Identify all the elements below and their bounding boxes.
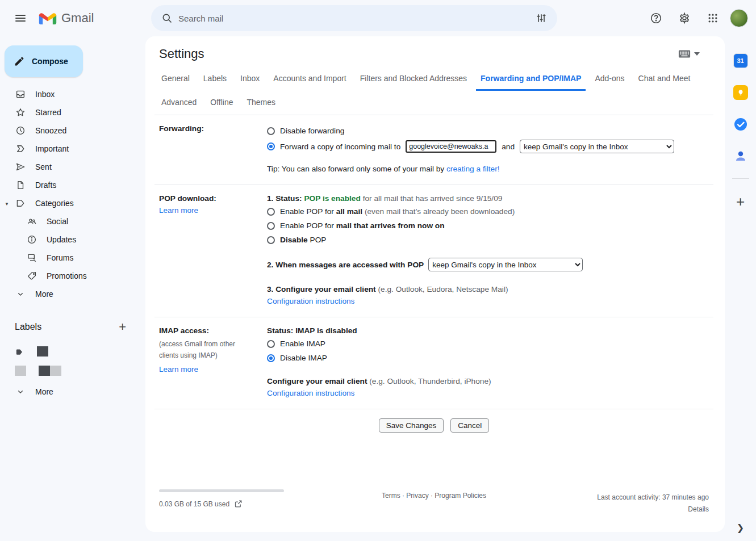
sidebar-item-more[interactable]: More: [0, 285, 145, 303]
main-menu-button[interactable]: [7, 5, 34, 32]
sidebar-item-sent[interactable]: Sent: [0, 158, 145, 176]
pop-when-row: 2. When messages are accessed with POP k…: [267, 258, 709, 271]
pop-learn-more-link[interactable]: Learn more: [159, 206, 198, 215]
tab-forwarding-and-pop-imap[interactable]: Forwarding and POP/IMAP: [476, 67, 586, 91]
dropdown-arrow-icon: [694, 52, 700, 56]
sidebar-item-starred[interactable]: Starred: [0, 103, 145, 121]
radio-enable-pop-all[interactable]: [267, 208, 275, 216]
search-input[interactable]: [178, 14, 530, 23]
sidebar-item-forums[interactable]: Forums: [0, 249, 145, 267]
tab-chat-and-meet[interactable]: Chat and Meet: [634, 67, 695, 91]
external-link-icon[interactable]: [234, 500, 243, 508]
tab-themes[interactable]: Themes: [243, 91, 281, 115]
gmail-logo[interactable]: Gmail: [39, 11, 124, 26]
and-text: and: [502, 141, 515, 152]
radio-enable-pop-now[interactable]: [267, 222, 275, 230]
forward-address-input[interactable]: [406, 140, 496, 153]
cancel-button[interactable]: Cancel: [450, 418, 489, 433]
label-name-redacted: [39, 366, 61, 376]
create-label-button[interactable]: +: [119, 320, 126, 334]
disable-pop-option[interactable]: Disable POP: [267, 234, 709, 245]
sidebar-item-label: Drafts: [35, 181, 56, 190]
settings-gear-icon[interactable]: [673, 7, 696, 30]
radio-enable-imap[interactable]: [267, 340, 275, 348]
compose-label: Compose: [32, 57, 68, 66]
search-options-icon[interactable]: [530, 7, 553, 30]
label-item-redacted[interactable]: [0, 342, 145, 361]
chevron-down-icon: [15, 290, 26, 299]
contacts-icon[interactable]: [731, 146, 750, 166]
forwarding-label: Forwarding:: [159, 124, 267, 133]
tab-inbox[interactable]: Inbox: [236, 67, 264, 91]
account-avatar[interactable]: [730, 9, 748, 27]
expand-triangle-icon[interactable]: ▼: [5, 202, 9, 207]
tab-add-ons[interactable]: Add-ons: [590, 67, 629, 91]
header-actions: [645, 7, 756, 30]
tab-accounts-and-import[interactable]: Accounts and Import: [269, 67, 350, 91]
forward-action-select[interactable]: keep Gmail's copy in the Inbox: [520, 140, 674, 153]
radio-disable-forwarding[interactable]: [267, 127, 275, 135]
search-bar[interactable]: [151, 5, 557, 31]
star-icon: [15, 107, 26, 118]
tab-offline[interactable]: Offline: [206, 91, 237, 115]
creating-a-filter-link[interactable]: creating a filter!: [446, 165, 500, 173]
save-changes-button[interactable]: Save Changes: [379, 418, 444, 433]
radio-disable-pop[interactable]: [267, 236, 275, 244]
sidebar-item-drafts[interactable]: Drafts: [0, 176, 145, 194]
clock-icon: [15, 125, 26, 136]
chevron-down-icon: [15, 387, 26, 396]
sidebar-item-important[interactable]: Important: [0, 140, 145, 158]
tab-filters-and-blocked-addresses[interactable]: Filters and Blocked Addresses: [356, 67, 471, 91]
forward-copy-option[interactable]: Forward a copy of incoming mail to and k…: [267, 140, 709, 153]
sidebar-item-social[interactable]: Social: [0, 212, 145, 230]
enable-imap-option[interactable]: Enable IMAP: [267, 338, 709, 349]
tab-labels[interactable]: Labels: [199, 67, 231, 91]
calendar-icon[interactable]: 31: [731, 51, 750, 70]
storage-info: 0.03 GB of 15 GB used: [159, 489, 343, 515]
disable-pop-label: Disable POP: [280, 234, 326, 245]
page-title: Settings: [159, 47, 204, 61]
search-icon[interactable]: [156, 7, 178, 30]
storage-usage-text: 0.03 GB of 15 GB used: [159, 500, 229, 508]
sidebar-item-categories[interactable]: ▼ Categories: [0, 194, 145, 212]
labels-more[interactable]: More: [0, 383, 145, 401]
sidebar-item-updates[interactable]: Updates: [0, 230, 145, 249]
tasks-icon[interactable]: [731, 115, 750, 134]
enable-pop-all-mail-option[interactable]: Enable POP for all mail (even mail that'…: [267, 206, 709, 217]
input-tools-button[interactable]: [678, 49, 700, 58]
forward-copy-label: Forward a copy of incoming mail to: [280, 141, 400, 152]
pop-action-select[interactable]: keep Gmail's copy in the Inbox: [428, 258, 583, 271]
sidebar-item-label: Forums: [47, 253, 73, 262]
radio-disable-imap[interactable]: [267, 354, 275, 362]
compose-button[interactable]: Compose: [5, 45, 83, 77]
tab-general[interactable]: General: [157, 67, 194, 91]
sidebar-item-snoozed[interactable]: Snoozed: [0, 121, 145, 140]
send-icon: [15, 162, 26, 172]
label-item-redacted[interactable]: [0, 361, 145, 380]
imap-learn-more-link[interactable]: Learn more: [159, 365, 198, 374]
tab-advanced[interactable]: Advanced: [157, 91, 201, 115]
details-link[interactable]: Details: [688, 505, 709, 513]
enable-imap-label: Enable IMAP: [280, 338, 325, 349]
label-icon-redacted: [15, 366, 26, 376]
keep-icon[interactable]: [731, 83, 750, 102]
enable-pop-from-now-option[interactable]: Enable POP for mail that arrives from no…: [267, 220, 709, 231]
get-add-ons-button[interactable]: +: [736, 196, 745, 207]
pencil-icon: [14, 56, 25, 67]
legal-links[interactable]: Terms · Privacy · Program Policies: [343, 489, 526, 515]
pop-configuration-instructions-link[interactable]: Configuration instructions: [267, 297, 354, 305]
sidebar-item-label: Social: [47, 217, 68, 226]
sidebar-item-inbox[interactable]: Inbox: [0, 85, 145, 103]
google-apps-grid-icon[interactable]: [701, 7, 724, 30]
radio-forward-copy[interactable]: [267, 142, 275, 150]
pop-configure-rest: (e.g. Outlook, Eudora, Netscape Mail): [378, 285, 508, 293]
sidebar-item-promotions[interactable]: Promotions: [0, 267, 145, 285]
show-side-panel-icon[interactable]: ❯: [737, 522, 744, 533]
imap-configuration-instructions-link[interactable]: Configuration instructions: [267, 389, 354, 397]
disable-forwarding-option[interactable]: Disable forwarding: [267, 125, 709, 136]
labels-heading: Labels: [15, 322, 41, 332]
settings-header: Settings: [154, 42, 713, 64]
draft-file-icon: [15, 180, 26, 190]
disable-imap-option[interactable]: Disable IMAP: [267, 353, 709, 363]
help-icon[interactable]: [645, 7, 667, 30]
